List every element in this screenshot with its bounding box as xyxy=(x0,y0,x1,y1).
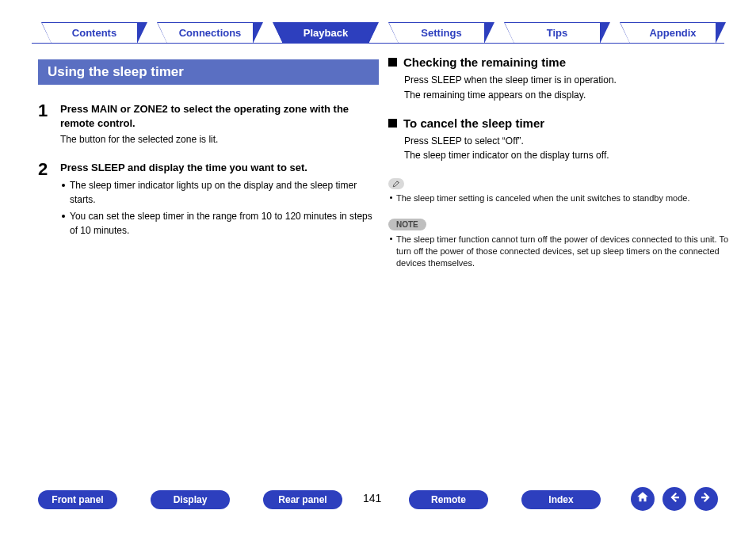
note-bullet: The sleep timer function cannot turn off… xyxy=(388,234,729,270)
square-bullet-icon xyxy=(388,119,397,128)
body-text: The remaining time appears on the displa… xyxy=(404,89,729,102)
remote-button[interactable]: Remote xyxy=(409,490,488,509)
body-text: Press SLEEP when the sleep timer is in o… xyxy=(404,74,729,87)
tab-connections[interactable]: Connections xyxy=(166,22,254,43)
note-badge: NOTE xyxy=(388,219,426,230)
index-button[interactable]: Index xyxy=(521,490,601,509)
prev-page-button[interactable] xyxy=(662,487,686,511)
subsection-title: To cancel the sleep timer xyxy=(403,116,544,130)
subsection-cancel: To cancel the sleep timer Press SLEEP to… xyxy=(388,116,729,163)
home-icon xyxy=(636,490,650,508)
step-bullets: The sleep timer indicator lights up on t… xyxy=(60,179,379,238)
note-block: NOTE The sleep timer function cannot tur… xyxy=(388,216,729,270)
tab-playback[interactable]: Playback xyxy=(282,22,369,43)
step-number: 2 xyxy=(38,161,60,241)
step-1: 1 Press MAIN or ZONE2 to select the oper… xyxy=(38,102,379,147)
left-column: Using the sleep timer 1 Press MAIN or ZO… xyxy=(38,59,379,255)
step-2: 2 Press SLEEP and display the time you w… xyxy=(38,161,379,241)
rear-panel-button[interactable]: Rear panel xyxy=(263,490,342,509)
subsection-title: Checking the remaining time xyxy=(403,55,566,69)
bullet: The sleep timer indicator lights up on t… xyxy=(60,179,379,207)
display-button[interactable]: Display xyxy=(151,490,230,509)
tip-block: The sleep timer setting is canceled when… xyxy=(388,177,729,204)
subsection-checking: Checking the remaining time Press SLEEP … xyxy=(388,55,729,102)
bullet: You can set the sleep timer in the range… xyxy=(60,210,379,238)
bottom-bar: Front panel Display Rear panel 141 Remot… xyxy=(0,487,756,517)
tab-settings[interactable]: Settings xyxy=(398,22,485,43)
body-text: The sleep timer indicator on the display… xyxy=(404,149,729,162)
home-button[interactable] xyxy=(631,487,655,511)
step-heading: Press SLEEP and display the time you wan… xyxy=(60,161,379,175)
top-divider xyxy=(32,43,724,44)
section-title: Using the sleep timer xyxy=(38,59,379,85)
pencil-icon xyxy=(388,178,404,189)
next-page-button[interactable] xyxy=(694,487,718,511)
step-heading: Press MAIN or ZONE2 to select the operat… xyxy=(60,102,379,130)
arrow-left-icon xyxy=(667,490,682,508)
front-panel-button[interactable]: Front panel xyxy=(38,490,117,509)
step-subtext: The button for the selected zone is lit. xyxy=(60,133,379,147)
tab-appendix[interactable]: Appendix xyxy=(629,22,716,43)
tip-bullet: The sleep timer setting is canceled when… xyxy=(388,192,729,204)
tab-tips[interactable]: Tips xyxy=(514,22,601,43)
arrow-right-icon xyxy=(699,490,713,508)
tab-contents[interactable]: Contents xyxy=(51,22,138,43)
right-column: Checking the remaining time Press SLEEP … xyxy=(388,55,729,272)
square-bullet-icon xyxy=(388,58,397,67)
page-number: 141 xyxy=(363,492,381,504)
step-number: 1 xyxy=(38,102,60,147)
body-text: Press SLEEP to select “Off”. xyxy=(404,135,729,148)
